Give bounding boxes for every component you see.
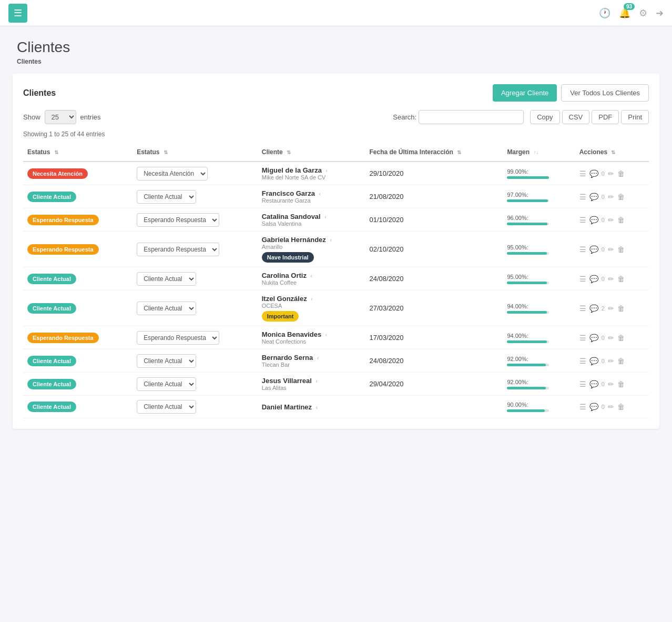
status-dropdown[interactable]: Cliente Actual xyxy=(137,302,196,315)
status-badge-col: Cliente Actual xyxy=(23,396,133,418)
collapse-icon[interactable]: ‹ xyxy=(311,296,312,302)
status-dropdown[interactable]: Cliente Actual xyxy=(137,400,196,414)
list-icon[interactable]: ☰ xyxy=(579,334,586,342)
edit-icon[interactable]: ✏ xyxy=(608,304,614,313)
comment-icon[interactable]: 💬 xyxy=(589,193,598,201)
delete-icon[interactable]: 🗑 xyxy=(617,193,625,201)
edit-icon[interactable]: ✏ xyxy=(608,357,614,365)
action-icons: ☰ 💬 0 ✏ 🗑 xyxy=(579,380,645,388)
logout-icon[interactable]: ➜ xyxy=(656,7,664,19)
status-dropdown[interactable]: Cliente Actual xyxy=(137,354,196,368)
comment-icon[interactable]: 💬 xyxy=(589,304,598,313)
page-header: Clientes Clientes xyxy=(0,26,672,74)
margin-col: 92.00%: xyxy=(503,349,575,373)
edit-icon[interactable]: ✏ xyxy=(608,380,614,388)
list-icon[interactable]: ☰ xyxy=(579,403,586,411)
collapse-icon[interactable]: ‹ xyxy=(324,214,326,220)
margin-bar-fill xyxy=(507,223,547,225)
edit-icon[interactable]: ✏ xyxy=(608,275,614,283)
status-dropdown[interactable]: Esperando Respuesta xyxy=(137,243,219,256)
delete-icon[interactable]: 🗑 xyxy=(617,245,625,254)
ver-todos-button[interactable]: Ver Todos Los Clientes xyxy=(561,84,649,102)
copy-button[interactable]: Copy xyxy=(530,110,559,124)
margin-label: 95.00%: xyxy=(507,274,571,280)
list-icon[interactable]: ☰ xyxy=(579,169,586,178)
status-dropdown[interactable]: Cliente Actual xyxy=(137,377,196,391)
show-label: Show xyxy=(23,113,40,121)
comment-icon[interactable]: 💬 xyxy=(589,380,598,388)
comment-icon[interactable]: 💬 xyxy=(589,275,598,283)
comment-count: 0 xyxy=(602,335,605,341)
collapse-icon[interactable]: ‹ xyxy=(316,405,318,410)
status-dropdown[interactable]: Cliente Actual xyxy=(137,190,196,204)
hamburger-button[interactable]: ☰ xyxy=(8,4,27,23)
edit-icon[interactable]: ✏ xyxy=(608,403,614,411)
comment-icon[interactable]: 💬 xyxy=(589,216,598,224)
collapse-icon[interactable]: ‹ xyxy=(326,168,328,174)
comment-icon[interactable]: 💬 xyxy=(589,245,598,254)
col-cliente[interactable]: Cliente ⇅ xyxy=(258,143,365,162)
col-estatus2[interactable]: Estatus ⇅ xyxy=(133,143,258,162)
entries-select[interactable]: 25 10 50 100 xyxy=(45,110,76,124)
list-icon[interactable]: ☰ xyxy=(579,245,586,254)
entries-label: entries xyxy=(80,113,101,121)
date-col xyxy=(365,396,503,418)
delete-icon[interactable]: 🗑 xyxy=(617,275,625,283)
action-icons: ☰ 💬 2 ✏ 🗑 xyxy=(579,304,645,313)
collapse-icon[interactable]: ‹ xyxy=(330,237,331,243)
comment-icon[interactable]: 💬 xyxy=(589,357,598,365)
status-badge: Necesita Atención xyxy=(27,168,88,179)
edit-icon[interactable]: ✏ xyxy=(608,216,614,224)
csv-button[interactable]: CSV xyxy=(562,110,590,124)
margin-col: 95.00%: xyxy=(503,232,575,267)
comment-icon[interactable]: 💬 xyxy=(589,334,598,342)
edit-icon[interactable]: ✏ xyxy=(608,169,614,178)
delete-icon[interactable]: 🗑 xyxy=(617,380,625,388)
status-dropdown[interactable]: Esperando Respuesta xyxy=(137,213,219,227)
add-cliente-button[interactable]: Agregar Cliente xyxy=(493,84,557,102)
delete-icon[interactable]: 🗑 xyxy=(617,334,625,342)
list-icon[interactable]: ☰ xyxy=(579,193,586,201)
status-dropdown[interactable]: Necesita Atención xyxy=(137,167,208,180)
collapse-icon[interactable]: ‹ xyxy=(317,355,319,361)
notification-wrapper[interactable]: 🔔 93 xyxy=(619,7,630,19)
delete-icon[interactable]: 🗑 xyxy=(617,357,625,365)
action-icons: ☰ 💬 0 ✏ 🗑 xyxy=(579,169,645,178)
col-estatus1[interactable]: Estatus ⇅ xyxy=(23,143,133,162)
history-icon[interactable]: 🕐 xyxy=(599,7,610,19)
delete-icon[interactable]: 🗑 xyxy=(617,169,625,178)
delete-icon[interactable]: 🗑 xyxy=(617,216,625,224)
search-input[interactable] xyxy=(419,110,524,124)
collapse-icon[interactable]: ‹ xyxy=(316,378,318,384)
client-name: Miguel de la Garza xyxy=(262,166,322,174)
col-fecha[interactable]: Fecha de Última Interacción ⇅ xyxy=(365,143,503,162)
status-badge-col: Esperando Respuesta xyxy=(23,208,133,232)
list-icon[interactable]: ☰ xyxy=(579,275,586,283)
comment-count: 0 xyxy=(602,381,605,387)
status-dropdown[interactable]: Cliente Actual xyxy=(137,272,196,286)
action-icons: ☰ 💬 0 ✏ 🗑 xyxy=(579,216,645,224)
collapse-icon[interactable]: ‹ xyxy=(311,273,312,279)
collapse-icon[interactable]: ‹ xyxy=(319,191,321,197)
list-icon[interactable]: ☰ xyxy=(579,357,586,365)
print-button[interactable]: Print xyxy=(621,110,649,124)
comment-icon[interactable]: 💬 xyxy=(589,403,598,411)
comment-icon[interactable]: 💬 xyxy=(589,169,598,178)
export-buttons: Copy CSV PDF Print xyxy=(530,110,649,124)
navbar-left: ☰ xyxy=(8,4,27,23)
list-icon[interactable]: ☰ xyxy=(579,304,586,313)
col-margen[interactable]: Margen ↑↓ xyxy=(503,143,575,162)
list-icon[interactable]: ☰ xyxy=(579,216,586,224)
edit-icon[interactable]: ✏ xyxy=(608,334,614,342)
delete-icon[interactable]: 🗑 xyxy=(617,403,625,411)
client-tag-badge: Nave Industrial xyxy=(262,252,314,263)
settings-icon[interactable]: ⚙ xyxy=(639,7,647,19)
delete-icon[interactable]: 🗑 xyxy=(617,304,625,313)
col-acciones[interactable]: Acciones ⇅ xyxy=(575,143,649,162)
edit-icon[interactable]: ✏ xyxy=(608,245,614,254)
edit-icon[interactable]: ✏ xyxy=(608,193,614,201)
collapse-icon[interactable]: ‹ xyxy=(325,332,327,338)
pdf-button[interactable]: PDF xyxy=(592,110,619,124)
list-icon[interactable]: ☰ xyxy=(579,380,586,388)
status-dropdown[interactable]: Esperando Respuesta xyxy=(137,331,219,345)
